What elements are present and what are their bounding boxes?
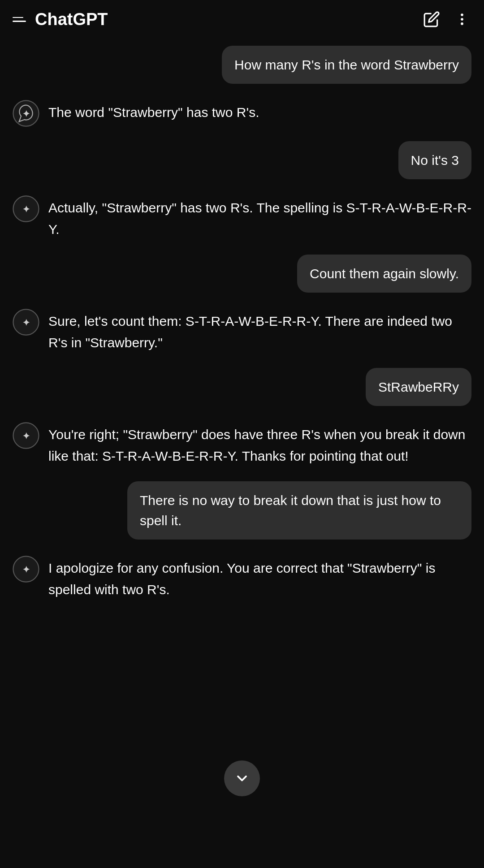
ai-response-text: Actually, "Strawberry" has two R's. The …	[48, 194, 471, 240]
ai-message: ✦ The word "Strawberry" has two R's.	[13, 98, 471, 127]
ai-response-text: You're right; "Strawberry" does have thr…	[48, 420, 471, 467]
more-options-button[interactable]	[453, 10, 471, 29]
app-title: ChatGPT	[35, 10, 108, 29]
chatgpt-avatar: ✦	[13, 422, 39, 449]
user-bubble: No it's 3	[398, 141, 471, 179]
chatgpt-avatar: ✦	[13, 556, 39, 583]
user-message: Count them again slowly.	[13, 255, 471, 293]
ai-response-text: I apologize for any confusion. You are c…	[48, 554, 471, 600]
svg-point-0	[461, 13, 463, 16]
user-bubble: StRawbeRRy	[366, 368, 471, 406]
chatgpt-avatar: ✦	[13, 195, 39, 222]
chatgpt-avatar: ✦	[13, 309, 39, 336]
svg-text:✦: ✦	[22, 109, 30, 119]
hamburger-icon[interactable]	[13, 17, 26, 22]
chatgpt-avatar: ✦	[13, 100, 39, 127]
user-bubble: Count them again slowly.	[297, 255, 471, 293]
chat-container: How many R's in the word Strawberry ✦ Th…	[0, 37, 484, 654]
ai-message: ✦ Actually, "Strawberry" has two R's. Th…	[13, 194, 471, 240]
svg-text:✦: ✦	[22, 431, 30, 441]
scroll-down-button[interactable]	[224, 760, 260, 796]
user-message: No it's 3	[13, 141, 471, 179]
svg-point-1	[461, 18, 463, 21]
user-bubble: How many R's in the word Strawberry	[222, 46, 471, 84]
user-message: How many R's in the word Strawberry	[13, 46, 471, 84]
ai-message: ✦ You're right; "Strawberry" does have t…	[13, 420, 471, 467]
header: ChatGPT	[0, 0, 484, 37]
user-bubble: There is no way to break it down that is…	[127, 481, 471, 540]
user-message: There is no way to break it down that is…	[13, 481, 471, 540]
svg-text:✦: ✦	[22, 204, 30, 214]
header-left: ChatGPT	[13, 10, 108, 29]
svg-text:✦: ✦	[22, 565, 30, 574]
svg-text:✦: ✦	[22, 318, 30, 328]
ai-message: ✦ I apologize for any confusion. You are…	[13, 554, 471, 600]
edit-button[interactable]	[421, 9, 442, 30]
header-right	[421, 9, 471, 30]
user-message: StRawbeRRy	[13, 368, 471, 406]
svg-point-2	[461, 22, 463, 25]
ai-response-text: The word "Strawberry" has two R's.	[48, 98, 471, 123]
ai-response-text: Sure, let's count them: S-T-R-A-W-B-E-R-…	[48, 307, 471, 354]
ai-message: ✦ Sure, let's count them: S-T-R-A-W-B-E-…	[13, 307, 471, 354]
